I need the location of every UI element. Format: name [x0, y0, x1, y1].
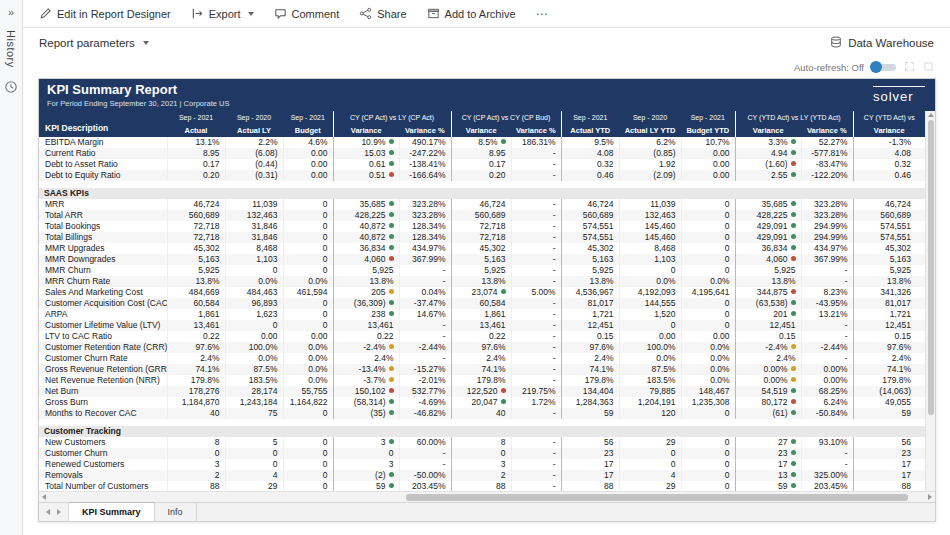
table-row[interactable]: Total ARR560,689132,4630428,225323.28%56… — [39, 210, 925, 221]
table-row[interactable]: Customer Retention Rate (CRR)97.6%100.0%… — [39, 342, 925, 353]
table-row[interactable]: Months to Recover CAC40750(35)-46.82%40-… — [39, 408, 925, 419]
table-row[interactable]: Customer Acquisition Cost (CAC)60,58496,… — [39, 298, 925, 309]
table-row[interactable]: Gross Burn1,184,8701,243,1841,164,822(58… — [39, 397, 925, 408]
table-row[interactable]: ARPA1,8611,623023814.67%1,861-1,7211,520… — [39, 309, 925, 320]
value-cell: 0 — [283, 232, 333, 243]
value-cell: 5,925 — [451, 265, 511, 276]
data-source-selector[interactable]: Data Warehouse — [830, 36, 934, 50]
sheet-tab-kpi-summary[interactable]: KPI Summary — [69, 502, 155, 521]
scroll-up-icon[interactable] — [928, 113, 934, 117]
auto-refresh-toggle[interactable] — [872, 64, 896, 71]
add-to-archive-button[interactable]: Add to Archive — [427, 7, 516, 20]
value-cell: 0.22 — [167, 331, 225, 342]
table-row[interactable]: Debt to Equity Ratio0.20(0.31)0.000.51-1… — [39, 170, 925, 181]
kpi-description-cell: Net Burn — [39, 386, 167, 397]
value-cell: 10.9% — [333, 137, 399, 148]
archive-label: Add to Archive — [445, 8, 516, 20]
value-cell: 0 — [283, 243, 333, 254]
vertical-scroll-thumb[interactable] — [928, 120, 934, 415]
table-row[interactable]: Removals240(2)-50.00%2-174013325.00%17 — [39, 470, 925, 481]
table-row[interactable]: LTV to CAC Ratio0.220.000.000.22-0.22-0.… — [39, 331, 925, 342]
share-button[interactable]: Share — [359, 7, 406, 20]
value-cell: -50.00% — [399, 470, 451, 481]
comment-button[interactable]: Comment — [274, 7, 340, 20]
table-row[interactable]: Gross Revenue Retention (GRR)74.1%87.5%0… — [39, 364, 925, 375]
value-cell: 100.0% — [619, 342, 681, 353]
horizontal-scrollbar[interactable] — [39, 491, 935, 502]
value-cell: - — [511, 481, 561, 491]
table-row[interactable]: Total Billings72,71831,846040,872128.34%… — [39, 232, 925, 243]
value-cell: 0 — [681, 481, 735, 491]
horizontal-scroll-thumb[interactable] — [406, 494, 908, 501]
value-cell: 1,520 — [619, 309, 681, 320]
value-cell: 434.97% — [801, 243, 853, 254]
value-cell: 40,872 — [333, 221, 399, 232]
table-row[interactable]: EBITDA Margin13.1%2.2%4.6%10.9%490.17%8.… — [39, 137, 925, 148]
maximize-icon[interactable] — [904, 61, 915, 74]
value-cell: 87.5% — [619, 364, 681, 375]
value-cell: 0.32 — [853, 159, 925, 170]
kpi-status-dot-yellow — [389, 289, 394, 294]
value-cell: 88 — [853, 481, 925, 491]
table-row[interactable]: MMR Churn5,925005,925-5,925-5,925005,925… — [39, 265, 925, 276]
value-cell: 13.8% — [735, 276, 801, 287]
value-cell: 0 — [283, 254, 333, 265]
value-cell: 484,669 — [167, 287, 225, 298]
value-cell: 0.04% — [399, 287, 451, 298]
table-row[interactable]: New Customers850360.00%8-562902793.10%56 — [39, 437, 925, 448]
popout-icon[interactable] — [923, 61, 934, 74]
comment-label: Comment — [292, 8, 340, 20]
table-row[interactable]: Customer Churn Rate2.4%0.0%0.0%2.4%-2.4%… — [39, 353, 925, 364]
scroll-right-icon[interactable] — [928, 494, 932, 500]
value-cell: 574,551 — [853, 221, 925, 232]
value-cell: 2 — [451, 470, 511, 481]
kpi-status-dot-yellow — [791, 366, 796, 371]
table-row[interactable]: Renewed Customers3003-3-170017-17 — [39, 459, 925, 470]
value-cell: 13.8% — [167, 276, 225, 287]
kpi-description-cell: Gross Burn — [39, 397, 167, 408]
sheet-tab-info[interactable]: Info — [155, 503, 197, 521]
edit-in-report-designer-button[interactable]: Edit in Report Designer — [39, 7, 171, 20]
value-cell: -2.44% — [399, 342, 451, 353]
table-row[interactable]: Debt to Asset Ratio0.17(0.44)0.000.61-13… — [39, 159, 925, 170]
table-row[interactable]: Customer Churn0000-0-230023-23 — [39, 448, 925, 459]
report-parameters-label: Report parameters — [39, 37, 135, 49]
value-cell: 13.8% — [333, 276, 399, 287]
value-cell: 0 — [619, 448, 681, 459]
table-row[interactable]: Net Revenue Retention (NRR)179.8%183.5%0… — [39, 375, 925, 386]
table-row[interactable]: Net Burn178,27628,17455,755150,102532.77… — [39, 386, 925, 397]
table-row[interactable]: Current Ratio8.95(6.08)0.0015.03-247.22%… — [39, 148, 925, 159]
value-cell: 45,302 — [451, 243, 511, 254]
value-cell: 23,074 — [451, 287, 511, 298]
column-group-header: CY (YTD Act) vs — [853, 111, 925, 124]
sheet-nav-next-icon[interactable] — [57, 509, 61, 515]
sheet-tabs: KPI SummaryInfo — [69, 503, 197, 521]
value-cell: 81,017 — [853, 298, 925, 309]
sheet-nav-prev-icon[interactable] — [46, 509, 50, 515]
value-cell: 1,623 — [225, 309, 283, 320]
history-clock-icon[interactable] — [4, 80, 18, 98]
history-panel-label[interactable]: History — [5, 30, 17, 68]
kpi-description-cell: EBITDA Margin — [39, 137, 167, 148]
scroll-left-icon[interactable] — [42, 494, 46, 500]
more-options-icon[interactable]: ⋯ — [536, 7, 549, 21]
value-cell: 323.28% — [801, 210, 853, 221]
table-row[interactable]: Customer Lifetime Value (LTV)13,4610013,… — [39, 320, 925, 331]
table-row[interactable]: MMR Downgrades5,1631,10304,060367.99%5,1… — [39, 254, 925, 265]
value-cell: 59 — [561, 408, 619, 419]
kpi-status-dot-green — [389, 399, 394, 404]
report-parameters-dropdown[interactable]: Report parameters — [39, 37, 149, 49]
expand-panel-icon[interactable]: » — [8, 6, 14, 18]
vertical-scrollbar[interactable] — [925, 111, 935, 491]
kpi-status-dot-green — [791, 172, 796, 177]
column-group-header: Sep - 2020 — [225, 111, 283, 124]
table-row[interactable]: Sales And Marketing Cost484,669484,46346… — [39, 287, 925, 298]
value-cell: (6.08) — [225, 148, 283, 159]
table-row[interactable]: MMR Upgrades45,3028,468036,834434.97%45,… — [39, 243, 925, 254]
table-row[interactable]: Total Bookings72,71831,846040,872128.34%… — [39, 221, 925, 232]
table-row[interactable]: Total Number of Customers8829059203.45%8… — [39, 481, 925, 491]
export-button[interactable]: Export — [191, 7, 254, 20]
value-cell: 2.55 — [735, 170, 801, 181]
table-row[interactable]: MRR46,72411,039035,685323.28%46,724-46,7… — [39, 199, 925, 210]
table-row[interactable]: MRR Churn Rate13.8%0.0%0.0%13.8%-13.8%-1… — [39, 276, 925, 287]
